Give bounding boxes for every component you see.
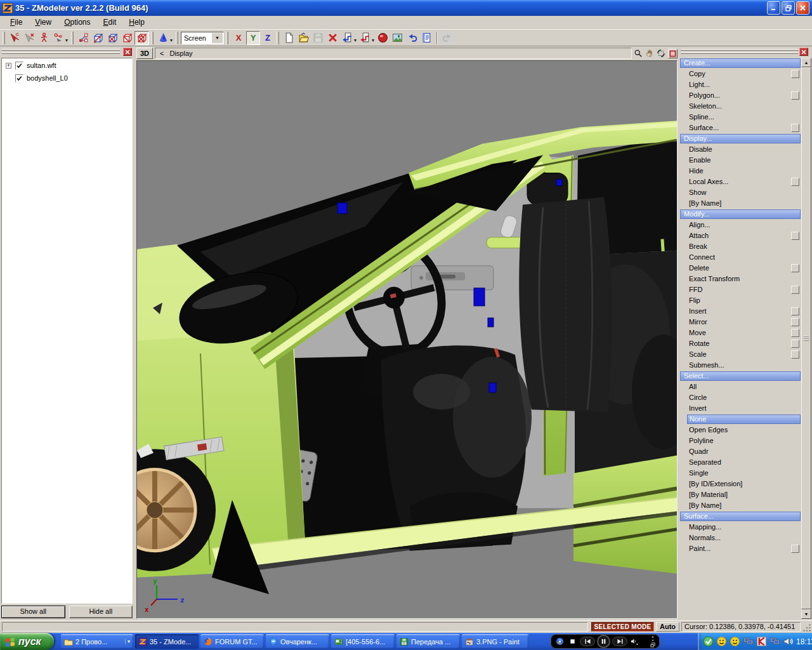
panel-item-polyline[interactable]: Polyline [680, 435, 801, 446]
axis-z-button[interactable]: Z [261, 31, 275, 45]
toolbar-grip[interactable] [176, 32, 178, 44]
panel-item-none[interactable]: None [687, 415, 801, 424]
panel-item-flip[interactable]: Flip [680, 295, 801, 306]
render-icon[interactable] [376, 31, 390, 45]
scroll-down-icon[interactable]: ▼ [801, 609, 811, 619]
tree-checkbox[interactable] [15, 62, 23, 70]
zoom-tool-icon[interactable] [632, 48, 643, 59]
panel-item-scale[interactable]: Scale [680, 349, 801, 360]
panel-item-open-edges[interactable]: Open Edges [680, 425, 801, 435]
panel-item-option-box[interactable] [791, 91, 799, 100]
panel-item-option-box[interactable] [791, 286, 799, 294]
orbit-tool-icon[interactable] [655, 48, 666, 59]
panel-item-option-box[interactable] [791, 70, 799, 78]
hide-all-button[interactable]: Hide all [69, 606, 133, 618]
panel-item-skeleton[interactable]: Skeleton... [680, 101, 801, 112]
back-arrow[interactable]: < [160, 50, 164, 57]
volume-icon[interactable] [629, 636, 640, 647]
stop-icon[interactable] [567, 636, 578, 647]
expand-icon[interactable] [650, 635, 656, 642]
bone-create-dropdown-icon[interactable]: ▾ [65, 37, 68, 43]
deselect-arrow-icon[interactable] [22, 31, 37, 45]
auto-toggle[interactable]: Auto [656, 622, 679, 632]
scene-tree[interactable]: +sultan.wftbodyshell_L0 [1, 58, 133, 604]
restore-button[interactable] [782, 1, 795, 15]
select-arrow-icon[interactable] [8, 31, 22, 45]
panel-item-align[interactable]: Align... [680, 220, 801, 230]
show-all-button[interactable]: Show all [1, 606, 65, 618]
panel-item-copy[interactable]: Copy [680, 69, 801, 79]
close-button[interactable] [796, 1, 809, 15]
panel-item-surface[interactable]: Surface... [680, 123, 801, 133]
save-file-icon[interactable] [311, 31, 325, 45]
panel-item-insert[interactable]: Insert [680, 306, 801, 317]
tray-clock[interactable]: 18:11 [796, 637, 812, 646]
panel-item-break[interactable]: Break [680, 241, 801, 252]
menu-item-help[interactable]: Help [122, 16, 151, 29]
pan-tool-icon[interactable] [644, 48, 655, 59]
export-dropdown-icon[interactable]: ▾ [372, 37, 374, 43]
menu-item-options[interactable]: Options [58, 16, 96, 29]
viewport-canvas[interactable]: y z x [136, 60, 678, 619]
tree-expander-icon[interactable]: + [6, 63, 11, 69]
prev-icon[interactable] [580, 637, 595, 646]
panel-item-circle[interactable]: Circle [680, 392, 801, 403]
panel-item-single[interactable]: Single [680, 468, 801, 479]
toolbar-grip[interactable] [277, 32, 279, 44]
skeleton-icon[interactable] [37, 31, 51, 45]
start-button[interactable]: пуск [0, 633, 54, 650]
panel-item-normals[interactable]: Normals... [680, 533, 801, 543]
panel-item-option-box[interactable] [791, 545, 799, 553]
taskbar-button-[interactable]: Овчаренк... [266, 634, 329, 649]
panel-item-exact-transform[interactable]: Exact Transform [680, 274, 801, 284]
scene-tree-panel-header[interactable] [0, 46, 134, 57]
panel-item-option-box[interactable] [791, 264, 799, 272]
panel-item-rotate[interactable]: Rotate [680, 338, 801, 349]
viewport-mode-button[interactable]: 3D [136, 48, 153, 59]
taskbar-button-forum-gt[interactable]: FORUM GT... [200, 634, 264, 649]
scroll-up-icon[interactable]: ▲ [801, 58, 811, 67]
panel-item-option-box[interactable] [791, 350, 799, 359]
panel-item-by-name[interactable]: [By Name] [680, 500, 801, 511]
menu-item-file[interactable]: File [4, 16, 29, 29]
toolbar-grip[interactable] [151, 32, 154, 44]
polygon-level-icon[interactable] [120, 31, 134, 45]
panel-item-option-box[interactable] [791, 340, 799, 348]
panel-item-paint[interactable]: Paint... [680, 543, 801, 554]
panel-item-option-box[interactable] [791, 124, 799, 132]
panel-section-select[interactable]: Select... [680, 371, 801, 381]
panel-item-disable[interactable]: Disable [680, 144, 801, 155]
panel-item-mapping[interactable]: Mapping... [680, 522, 801, 533]
panel-item-all[interactable]: All [680, 381, 801, 392]
close-panel-icon[interactable] [799, 48, 808, 56]
next-icon[interactable] [612, 637, 627, 646]
panel-item-separated[interactable]: Separated [680, 457, 801, 468]
tree-row[interactable]: bodyshell_L0 [2, 72, 132, 84]
script-log-icon[interactable] [419, 31, 434, 45]
panel-item-local-axes[interactable]: Local Axes... [680, 176, 801, 187]
panel-item-option-box[interactable] [791, 329, 799, 337]
edge-level-icon[interactable] [91, 31, 105, 45]
new-file-icon[interactable] [282, 31, 296, 45]
texture-browser-icon[interactable] [390, 31, 405, 45]
panel-item-show[interactable]: Show [680, 187, 801, 198]
kaspersky-icon[interactable] [756, 636, 767, 647]
panel-item-hide[interactable]: Hide [680, 166, 801, 176]
tree-row[interactable]: +sultan.wft [2, 60, 132, 71]
toolbar-grip[interactable] [3, 32, 5, 44]
viewport-maximize-icon[interactable] [668, 49, 678, 58]
panel-item-connect[interactable]: Connect [680, 252, 801, 263]
axis-x-button[interactable]: X [232, 31, 246, 45]
panel-item-by-id-extension[interactable]: [By ID/Extension] [680, 479, 801, 489]
restore-icon[interactable] [650, 642, 656, 648]
panel-item-move[interactable]: Move [680, 328, 801, 338]
panel-item-delete[interactable]: Delete [680, 263, 801, 274]
import-dropdown-icon[interactable]: ▾ [354, 37, 357, 43]
cone-primitive-icon[interactable] [156, 31, 171, 45]
screen-select[interactable]: Screen▼ [181, 32, 224, 44]
vertex-level-icon[interactable] [76, 31, 91, 45]
scrollbar-thumb[interactable] [801, 67, 811, 609]
panel-item-ffd[interactable]: FFD [680, 284, 801, 295]
panel-item-by-material[interactable]: [By Material] [680, 489, 801, 500]
panel-item-quadr[interactable]: Quadr [680, 446, 801, 457]
